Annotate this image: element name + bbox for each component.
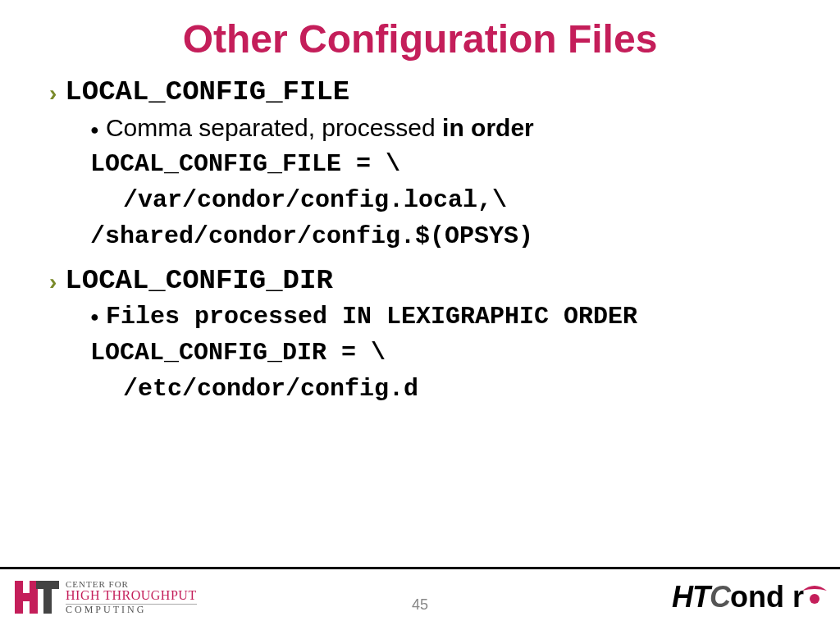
chtc-line2: HIGH THROUGHPUT [66,589,197,605]
section1-desc-bold: in order [442,114,534,141]
section2-header: LOCAL_CONFIG_DIR [65,265,332,296]
logo-rest: ond r [730,580,804,614]
code-line-5: /etc/condor/config.d [123,375,799,403]
section1-desc-plain: Comma separated, processed [106,114,442,141]
bullet-local-config-dir: › LOCAL_CONFIG_DIR [49,265,799,296]
section1-desc: Comma separated, processed in order [106,114,534,142]
bullet-dot-icon: ● [90,121,99,139]
code-line-1: LOCAL_CONFIG_FILE = \ [90,150,799,178]
swoosh-icon [801,582,825,612]
chtc-logo: CENTER FOR HIGH THROUGHPUT COMPUTING [15,580,197,615]
chevron-icon: › [49,271,57,294]
bullet-dot-icon: ● [90,308,99,326]
page-number: 45 [412,596,428,614]
code-line-4: LOCAL_CONFIG_DIR = \ [90,339,799,367]
code-line-3: /shared/condor/config.$(OPSYS) [90,222,799,250]
section1-header: LOCAL_CONFIG_FILE [65,76,349,107]
ht-mark-icon [15,581,59,614]
logo-c: C [710,580,730,614]
logo-ht: HT [672,580,710,614]
bullet-comma-separated: ● Comma separated, processed in order [90,114,799,142]
code-line-2: /var/condor/config.local,\ [123,186,799,214]
slide-title: Other Configuration Files [41,16,799,62]
section2-desc: Files processed IN LEXIGRAPHIC ORDER [106,303,637,331]
htcondor-logo: HTCond r [672,580,825,614]
chevron-icon: › [49,82,57,105]
slide-content: › LOCAL_CONFIG_FILE ● Comma separated, p… [41,76,799,403]
bullet-local-config-file: › LOCAL_CONFIG_FILE [49,76,799,107]
slide: Other Configuration Files › LOCAL_CONFIG… [0,0,840,630]
bullet-lexigraphic: ● Files processed IN LEXIGRAPHIC ORDER [90,303,799,331]
svg-point-0 [810,594,819,604]
chtc-text: CENTER FOR HIGH THROUGHPUT COMPUTING [66,580,197,615]
chtc-line3: COMPUTING [66,605,197,615]
